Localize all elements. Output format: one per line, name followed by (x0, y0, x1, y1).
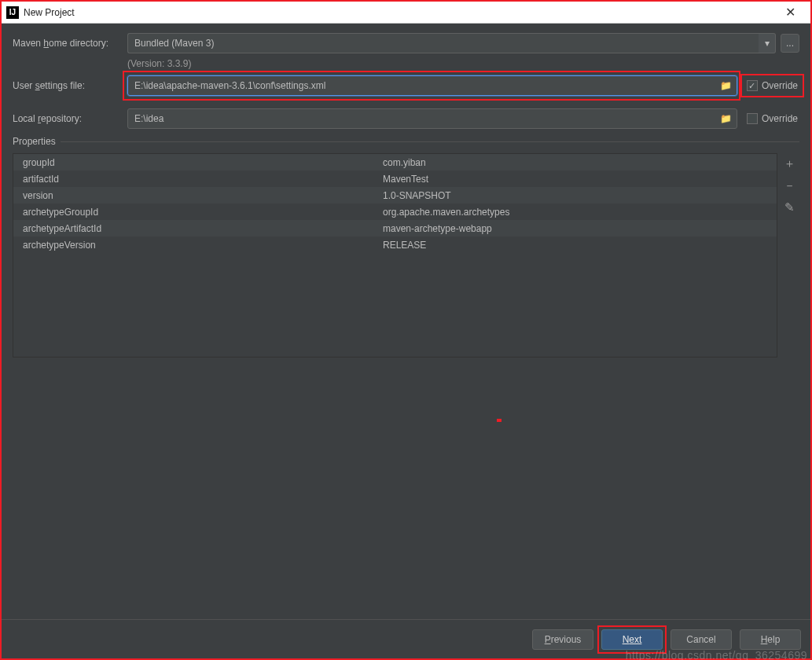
add-property-button[interactable]: ＋ (781, 155, 798, 172)
previous-button[interactable]: Previous (532, 629, 593, 650)
table-row[interactable]: archetypeArtifactIdmaven-archetype-webap… (13, 220, 777, 236)
property-value: maven-archetype-webapp (383, 223, 777, 234)
marker-dot (497, 419, 502, 422)
override-settings-label: Override (762, 80, 798, 91)
close-button[interactable]: ✕ (774, 5, 806, 20)
app-icon: IJ (6, 6, 19, 19)
folder-icon[interactable]: 📁 (720, 80, 732, 91)
local-repo-input[interactable]: E:\idea 📁 (127, 108, 737, 129)
table-row[interactable]: groupIdcom.yiban (13, 154, 777, 170)
property-key: groupId (13, 157, 383, 168)
property-value: 1.0-SNAPSHOT (383, 190, 777, 201)
user-settings-input[interactable]: E:\idea\apache-maven-3.6.1\conf\settings… (127, 75, 737, 96)
next-button[interactable]: Next (601, 629, 663, 650)
property-key: version (13, 190, 383, 201)
remove-property-button[interactable]: － (781, 177, 798, 194)
property-key: archetypeGroupId (13, 207, 383, 218)
properties-table: groupIdcom.yibanartifactIdMavenTestversi… (13, 153, 777, 358)
override-repo-checkbox[interactable] (747, 113, 758, 124)
property-key: artifactId (13, 174, 383, 185)
property-value: com.yiban (383, 157, 777, 168)
title-bar: IJ New Project ✕ (2, 2, 810, 24)
override-settings-checkbox[interactable] (747, 80, 758, 91)
window-title: New Project (24, 7, 774, 18)
override-repo-label: Override (762, 113, 798, 124)
property-key: archetypeArtifactId (13, 223, 383, 234)
help-button[interactable]: Help (740, 629, 801, 650)
browse-maven-home-button[interactable]: ... (781, 34, 799, 53)
maven-home-label: Maven home directory: (13, 38, 127, 49)
cancel-button[interactable]: Cancel (671, 629, 732, 650)
table-row[interactable]: artifactIdMavenTest (13, 170, 777, 187)
table-row[interactable]: archetypeGroupIdorg.apache.maven.archety… (13, 204, 777, 220)
maven-home-dropdown[interactable]: Bundled (Maven 3) (127, 33, 759, 53)
property-key: archetypeVersion (13, 240, 383, 251)
table-row[interactable]: archetypeVersionRELEASE (13, 236, 777, 253)
table-row[interactable]: version1.0-SNAPSHOT (13, 187, 777, 204)
folder-icon[interactable]: 📁 (720, 113, 732, 124)
user-settings-label: User settings file: (13, 80, 127, 91)
local-repo-label: Local repository: (13, 113, 127, 124)
property-value: MavenTest (383, 174, 777, 185)
maven-version-text: (Version: 3.3.9) (127, 58, 799, 69)
property-value: org.apache.maven.archetypes (383, 207, 777, 218)
edit-property-button[interactable]: ✎ (781, 199, 798, 216)
dropdown-arrow-icon[interactable]: ▾ (759, 33, 776, 53)
properties-legend: Properties (13, 136, 61, 147)
property-value: RELEASE (383, 240, 777, 251)
